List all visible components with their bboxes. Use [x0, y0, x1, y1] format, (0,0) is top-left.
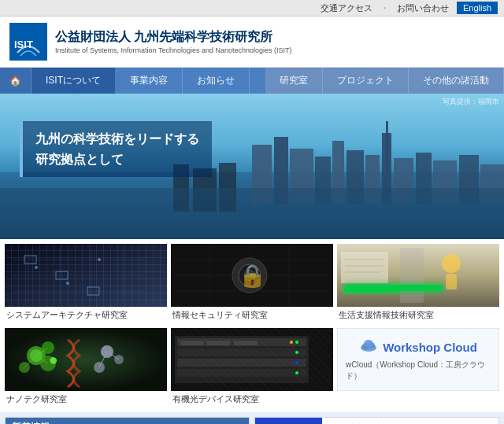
workshop-cloud-label: Workshop Cloud — [383, 341, 477, 354]
nav-projects[interactable]: 事業内容 — [116, 68, 183, 94]
svg-rect-75 — [177, 369, 306, 377]
svg-point-37 — [232, 258, 267, 293]
security-lab-label: 情報セキュリティ研究室 — [171, 307, 333, 323]
svg-rect-22 — [5, 244, 167, 307]
svg-rect-32 — [87, 287, 99, 295]
nano-lab-label: ナノテク研究室 — [5, 391, 167, 407]
organic-lab-thumb — [171, 328, 333, 391]
svg-rect-70 — [171, 328, 333, 391]
magazine-info: ISIT広報誌 最新号 What IS IT? — [322, 418, 498, 424]
svg-point-53 — [442, 254, 461, 273]
organic-lab-label: 有機光デバイス研究室 — [171, 391, 333, 407]
svg-point-39 — [244, 270, 255, 281]
svg-rect-82 — [206, 341, 230, 345]
photo-credit: 写真提供：福岡市 — [443, 97, 499, 107]
org-name: 公益財団法人 九州先端科学技術研究所 — [55, 29, 292, 46]
life-support-lab-label: 生活支援情報技術研究室 — [337, 307, 499, 323]
main-nav: 🏠 ISITについて 事業内容 お知らせ 研究室 プロジェクト その他の諸活動 — [0, 68, 504, 94]
hero-banner: 写真提供：福岡市 九州の科学技術をリードする 研究拠点として — [0, 94, 504, 239]
access-link[interactable]: 交通アクセス — [321, 2, 372, 14]
tagline-line1: 九州の科学技術をリードする — [35, 129, 199, 149]
security-lab-thumb — [171, 244, 333, 307]
nav-right: 研究室 プロジェクト その他の諸活動 — [265, 68, 504, 94]
arch-lab-label: システムアーキテクチャ研究室 — [5, 307, 167, 323]
nav-news[interactable]: お知らせ — [183, 68, 250, 94]
svg-rect-12 — [386, 121, 388, 172]
svg-rect-83 — [234, 341, 258, 345]
top-bar: 交通アクセス ・ お問い合わせ English — [0, 0, 504, 17]
svg-rect-21 — [0, 188, 504, 239]
svg-rect-30 — [24, 256, 36, 264]
logo-icon: ISIT — [9, 23, 47, 61]
svg-rect-54 — [446, 274, 457, 289]
logo-area: ISIT 公益財団法人 九州先端科学技術研究所 Institute of Sys… — [9, 23, 292, 61]
tagline-line2: 研究拠点として — [35, 149, 199, 170]
svg-rect-81 — [180, 341, 204, 345]
svg-point-34 — [66, 282, 69, 285]
svg-rect-51 — [343, 287, 398, 293]
nav-about[interactable]: ISITについて — [32, 68, 116, 94]
svg-rect-55 — [400, 248, 424, 303]
life-support-lab-item[interactable]: 生活支援情報技術研究室 — [337, 244, 499, 323]
arch-lab-thumb — [5, 244, 167, 307]
english-button[interactable]: English — [457, 2, 498, 14]
arch-lab-item[interactable]: システムアーキテクチャ研究室 — [5, 244, 167, 323]
org-name-en: Institute of Systems, Information Techno… — [55, 46, 292, 54]
svg-text:ISIT: ISIT — [14, 39, 33, 50]
workshop-cloud-sub: wCloud（Workshop Cloud：工房クラウド） — [346, 359, 491, 382]
lab-grid-row1: システムアーキテクチャ研究室 情報セキュリティ研究室 — [0, 239, 504, 328]
news-header: 新着情報 — [6, 418, 249, 424]
svg-point-38 — [239, 264, 261, 286]
workshop-cloud-empty-label — [337, 391, 499, 396]
nav-home[interactable]: 🏠 — [0, 68, 32, 94]
workshop-cloud-item[interactable]: Workshop Cloud wCloud（Workshop Cloud：工房ク… — [337, 328, 499, 407]
nav-activities[interactable]: その他の諸活動 — [409, 68, 504, 94]
magazine-panel[interactable]: ISIT広報誌 What IS IT? ? ISIT広報誌 最新号 What I… — [254, 417, 499, 424]
magazine-thumb: ISIT広報誌 What IS IT? ? — [255, 418, 322, 424]
svg-rect-72 — [177, 338, 306, 346]
news-panel: 新着情報 お知らせ ► イベント ► 研究室・その他の諸活動 ナノテク研究室 — [5, 417, 250, 424]
life-support-lab-thumb — [337, 244, 499, 307]
nano-lab-thumb — [5, 328, 167, 391]
svg-point-35 — [98, 258, 101, 261]
organic-lab-item[interactable]: 有機光デバイス研究室 — [171, 328, 333, 407]
lab-grid-row2: ナノテク研究室 有 — [0, 328, 504, 412]
nav-projects2[interactable]: プロジェクト — [323, 68, 409, 94]
svg-point-60 — [40, 356, 56, 371]
svg-point-78 — [295, 351, 298, 354]
svg-rect-88 — [255, 418, 322, 424]
hero-tagline: 九州の科学技術をリードする 研究拠点として — [20, 121, 212, 177]
svg-rect-74 — [177, 359, 306, 367]
site-header: ISIT 公益財団法人 九州先端科学技術研究所 Institute of Sys… — [0, 17, 504, 68]
svg-rect-47 — [341, 252, 388, 283]
svg-point-79 — [295, 361, 298, 364]
cloud-icon — [359, 338, 378, 356]
svg-rect-31 — [56, 271, 68, 279]
svg-point-33 — [35, 266, 38, 269]
svg-point-80 — [295, 371, 298, 374]
svg-point-87 — [364, 340, 373, 348]
security-lab-item[interactable]: 情報セキュリティ研究室 — [171, 244, 333, 323]
svg-point-76 — [295, 341, 298, 344]
nav-labs[interactable]: 研究室 — [265, 68, 323, 94]
logo-text: 公益財団法人 九州先端科学技術研究所 Institute of Systems,… — [55, 29, 292, 55]
separator: ・ — [380, 2, 389, 14]
svg-rect-73 — [177, 348, 306, 356]
svg-rect-71 — [175, 336, 309, 383]
svg-point-77 — [290, 341, 293, 344]
bottom-section: 新着情報 お知らせ ► イベント ► 研究室・その他の諸活動 ナノテク研究室 — [0, 412, 504, 424]
workshop-cloud-box: Workshop Cloud wCloud（Workshop Cloud：工房ク… — [337, 328, 499, 391]
nano-lab-item[interactable]: ナノテク研究室 — [5, 328, 167, 407]
contact-link[interactable]: お問い合わせ — [397, 2, 449, 14]
workshop-cloud-title: Workshop Cloud — [359, 338, 477, 356]
